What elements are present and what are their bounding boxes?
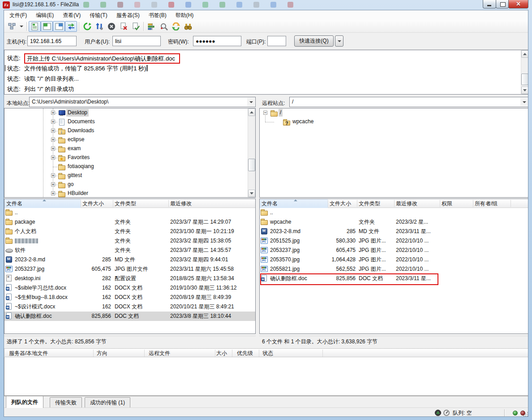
password-input[interactable] bbox=[193, 36, 241, 46]
log-scrollbar[interactable] bbox=[521, 50, 528, 94]
toggle-remote-tree-button[interactable] bbox=[53, 21, 65, 32]
close-button[interactable] bbox=[508, 0, 528, 9]
column-header-2[interactable]: 文件类型 bbox=[113, 199, 167, 208]
file-row[interactable]: JPG2053237.jpg605,475JPG 图片文件2023/3/11 星… bbox=[4, 264, 255, 274]
file-row[interactable]: 软件文件夹2023/3/7 星期二 14:35:57 bbox=[4, 246, 255, 255]
site-manager-dropdown-icon[interactable] bbox=[18, 21, 25, 32]
tree-item-gittest[interactable]: +gittest bbox=[4, 171, 246, 180]
restore-button[interactable] bbox=[496, 0, 509, 9]
column-header-0[interactable]: 文件名 bbox=[260, 199, 328, 208]
queue-column-header-5[interactable]: 状态 bbox=[261, 349, 319, 358]
refresh-button[interactable] bbox=[81, 21, 93, 32]
process-queue-button[interactable] bbox=[93, 21, 105, 32]
queue-tab-0[interactable]: 列队的文件 bbox=[6, 396, 43, 408]
tree-item-Downloads[interactable]: +↓Downloads bbox=[4, 126, 246, 135]
tree-item-exam[interactable]: +exam bbox=[4, 144, 246, 153]
remote-site-combo[interactable]: / bbox=[289, 97, 528, 107]
column-header-5[interactable]: 所有者/组 bbox=[473, 199, 511, 208]
host-input[interactable] bbox=[27, 36, 77, 46]
local-file-list[interactable]: 文件名文件大小文件类型最近修改..package文件夹2023/3/7 星期二 … bbox=[4, 199, 256, 334]
file-row[interactable]: package文件夹2023/3/7 星期二 14:29:07 bbox=[4, 217, 255, 227]
tree-expander-icon[interactable]: + bbox=[51, 111, 55, 115]
menu-item-4[interactable]: 服务器(S) bbox=[112, 11, 144, 20]
combo-dropdown-icon[interactable] bbox=[247, 98, 255, 106]
tree-item-Documents[interactable]: +Documents bbox=[4, 117, 246, 126]
scroll-thumb[interactable] bbox=[521, 74, 528, 85]
port-input[interactable] bbox=[267, 36, 286, 46]
file-row[interactable]: W~$生鲜bug--8.18.docx162DOCX 文档2020/8/19 星… bbox=[4, 293, 255, 302]
scroll-thumb[interactable] bbox=[248, 159, 255, 171]
reconnect-button[interactable] bbox=[129, 21, 142, 32]
tree-expander-icon[interactable]: + bbox=[51, 147, 55, 151]
transfer-queue-list[interactable] bbox=[4, 357, 528, 396]
column-header-1[interactable]: 文件大小 bbox=[328, 199, 356, 208]
file-row[interactable]: JPG2053237.jpg605,475JPG 图片...2022/10/10… bbox=[260, 246, 528, 255]
file-row[interactable]: *desktop.ini282配置设置2018/8/25 星期六 13:58:3… bbox=[4, 274, 255, 283]
resize-grip[interactable] bbox=[523, 411, 528, 417]
tree-item-root[interactable]: −/ bbox=[260, 108, 519, 117]
queue-column-header-4[interactable]: 优先级 bbox=[235, 349, 260, 358]
toggle-message-log-button[interactable] bbox=[29, 21, 41, 32]
menu-item-5[interactable]: 书签(B) bbox=[144, 11, 171, 20]
find-button[interactable] bbox=[158, 21, 170, 32]
file-row[interactable]: 文件夹2023/3/2 星期四 15:38:05 bbox=[4, 236, 255, 246]
cancel-button[interactable] bbox=[105, 21, 117, 32]
speed-limit-icon[interactable] bbox=[443, 410, 450, 416]
toggle-queue-button[interactable] bbox=[65, 21, 77, 32]
column-header-1[interactable]: 文件大小 bbox=[81, 199, 111, 208]
toggle-local-tree-button[interactable] bbox=[41, 21, 53, 32]
file-row[interactable]: .. bbox=[4, 208, 255, 217]
tree-expander-icon[interactable]: + bbox=[51, 138, 55, 142]
menu-item-6[interactable]: 帮助(H) bbox=[171, 11, 198, 20]
titlebar[interactable]: Fz lisi@192.168.1.65 - FileZilla bbox=[0, 0, 532, 10]
file-row[interactable]: W~$设计模式.docx162DOCX 文档2020/10/21 星期三 8:4… bbox=[4, 302, 255, 312]
tree-expander-icon[interactable]: + bbox=[51, 120, 55, 124]
menu-item-3[interactable]: 传输(T) bbox=[85, 11, 112, 20]
tree-item-fotiaoqiang[interactable]: fotiaoqiang bbox=[4, 162, 246, 171]
column-header-3[interactable]: 最近修改 bbox=[168, 199, 253, 208]
queue-tab-1[interactable]: 传输失败 bbox=[50, 397, 82, 408]
tree-expander-icon[interactable]: + bbox=[51, 191, 55, 195]
scroll-down-icon[interactable] bbox=[248, 190, 255, 197]
queue-column-header-1[interactable]: 方向 bbox=[95, 349, 122, 358]
file-row[interactable]: W~$sible学习总结.docx162DOCX 文档2019/10/30 星期… bbox=[4, 283, 255, 293]
username-input[interactable] bbox=[112, 36, 161, 46]
queue-column-header-2[interactable]: 远程文件 bbox=[147, 349, 210, 358]
tree-expander-icon[interactable]: − bbox=[263, 111, 267, 115]
column-header-2[interactable]: 文件类型 bbox=[357, 199, 393, 208]
local-directory-tree[interactable]: +Desktop+Documents+↓Downloads+eclipse+ex… bbox=[4, 108, 256, 198]
local-site-combo[interactable]: C:\Users\Administrator\Desktop\ bbox=[29, 97, 256, 107]
quickconnect-button[interactable]: 快速连接(Q) bbox=[294, 35, 334, 47]
disconnect-button[interactable] bbox=[117, 21, 129, 32]
auto-transfer-mode-icon[interactable]: A bbox=[435, 410, 441, 416]
menu-item-0[interactable]: 文件(F) bbox=[5, 11, 31, 20]
directory-compare-button[interactable] bbox=[146, 21, 158, 32]
file-row[interactable]: JPG2053570.jpg1,064,428JPG 图片...2022/10/… bbox=[260, 255, 528, 264]
menu-item-2[interactable]: 查看(V) bbox=[58, 11, 85, 20]
tree-expander-icon[interactable]: + bbox=[51, 173, 55, 178]
file-row[interactable]: .. bbox=[260, 208, 528, 217]
column-header-3[interactable]: 最近修改 bbox=[394, 199, 439, 208]
menu-item-1[interactable]: 编辑(E) bbox=[31, 11, 58, 20]
tree-expander-icon[interactable]: + bbox=[51, 182, 55, 186]
tree-item-Desktop[interactable]: +Desktop bbox=[4, 108, 246, 117]
tree-item-go[interactable]: +go bbox=[4, 180, 246, 189]
combo-dropdown-icon[interactable] bbox=[520, 98, 528, 106]
file-row[interactable]: M2023-2-8.md285MD 文件2023/3/11 星... bbox=[260, 227, 528, 236]
site-manager-button[interactable] bbox=[6, 21, 18, 32]
column-header-0[interactable]: 文件名 bbox=[4, 199, 81, 208]
file-row[interactable]: W确认删除框.doc825,856DOC 文档2023/3/8 星期三 18:1… bbox=[4, 312, 255, 321]
queue-column-header-3[interactable]: 大小 bbox=[204, 349, 227, 358]
file-row[interactable]: JPG2051525.jpg580,330JPG 图片...2022/10/10… bbox=[260, 236, 528, 246]
scroll-up-icon[interactable] bbox=[248, 108, 255, 116]
remote-file-list[interactable]: 文件名文件大小文件类型最近修改权限所有者/组..wpcache文件夹2023/3… bbox=[259, 199, 528, 334]
scroll-up-icon[interactable] bbox=[521, 50, 528, 58]
file-row[interactable]: JPG2055821.jpg562,552JPG 图片...2022/10/10… bbox=[260, 264, 528, 274]
minimize-button[interactable] bbox=[483, 0, 496, 9]
synchronized-browsing-button[interactable] bbox=[170, 21, 182, 32]
message-log[interactable]: 状态:开始上传 C:\Users\Administrator\Desktop\确… bbox=[4, 50, 528, 95]
remote-directory-tree[interactable]: −/?wpcache bbox=[259, 108, 528, 198]
tree-item-Favorites[interactable]: +★Favorites bbox=[4, 153, 246, 162]
tree-item-wpcache[interactable]: ?wpcache bbox=[260, 117, 519, 126]
column-header-4[interactable]: 权限 bbox=[440, 199, 472, 208]
